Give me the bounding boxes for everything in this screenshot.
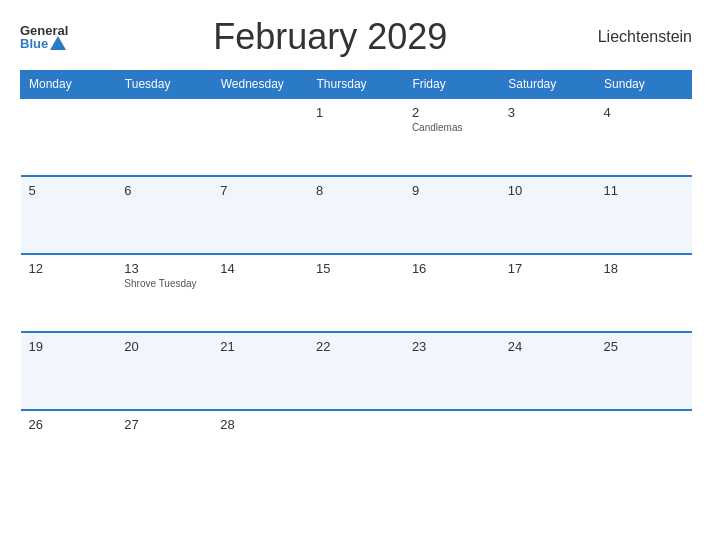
day-cell: 25 [596, 332, 692, 410]
week-row-3: 12 13 Shrove Tuesday 14 15 16 17 18 [21, 254, 692, 332]
day-cell: 24 [500, 332, 596, 410]
week-row-4: 19 20 21 22 23 24 25 [21, 332, 692, 410]
col-wednesday: Wednesday [212, 71, 308, 99]
day-cell: 12 [21, 254, 117, 332]
header: General Blue February 2029 Liechtenstein [20, 16, 692, 58]
col-friday: Friday [404, 71, 500, 99]
day-cell: 1 [308, 98, 404, 176]
col-sunday: Sunday [596, 71, 692, 99]
day-cell: 4 [596, 98, 692, 176]
day-cell: 6 [116, 176, 212, 254]
page: General Blue February 2029 Liechtenstein… [0, 0, 712, 550]
day-cell: 5 [21, 176, 117, 254]
day-cell: 11 [596, 176, 692, 254]
col-thursday: Thursday [308, 71, 404, 99]
col-monday: Monday [21, 71, 117, 99]
day-cell: 18 [596, 254, 692, 332]
day-cell: 22 [308, 332, 404, 410]
calendar-header-row: Monday Tuesday Wednesday Thursday Friday… [21, 71, 692, 99]
day-cell: 20 [116, 332, 212, 410]
day-cell: 8 [308, 176, 404, 254]
country-label: Liechtenstein [592, 28, 692, 46]
calendar-title: February 2029 [68, 16, 592, 58]
day-cell: 15 [308, 254, 404, 332]
logo-blue-container: Blue [20, 37, 68, 51]
week-row-2: 5 6 7 8 9 10 11 [21, 176, 692, 254]
day-cell [500, 410, 596, 488]
day-cell: 17 [500, 254, 596, 332]
day-cell: 3 [500, 98, 596, 176]
day-cell: 27 [116, 410, 212, 488]
day-cell [596, 410, 692, 488]
calendar-table: Monday Tuesday Wednesday Thursday Friday… [20, 70, 692, 488]
week-row-1: 1 2 Candlemas 3 4 [21, 98, 692, 176]
day-cell [116, 98, 212, 176]
day-cell: 9 [404, 176, 500, 254]
day-cell [212, 98, 308, 176]
logo-triangle-icon [50, 36, 66, 50]
day-cell: 2 Candlemas [404, 98, 500, 176]
day-cell: 7 [212, 176, 308, 254]
day-cell: 23 [404, 332, 500, 410]
day-cell: 19 [21, 332, 117, 410]
day-cell: 13 Shrove Tuesday [116, 254, 212, 332]
day-cell: 16 [404, 254, 500, 332]
logo-blue-text: Blue [20, 37, 48, 50]
col-saturday: Saturday [500, 71, 596, 99]
day-cell: 28 [212, 410, 308, 488]
col-tuesday: Tuesday [116, 71, 212, 99]
day-cell: 21 [212, 332, 308, 410]
day-cell [404, 410, 500, 488]
day-cell [308, 410, 404, 488]
logo: General Blue [20, 24, 68, 51]
day-cell: 10 [500, 176, 596, 254]
day-cell: 26 [21, 410, 117, 488]
day-cell [21, 98, 117, 176]
week-row-5: 26 27 28 [21, 410, 692, 488]
day-cell: 14 [212, 254, 308, 332]
